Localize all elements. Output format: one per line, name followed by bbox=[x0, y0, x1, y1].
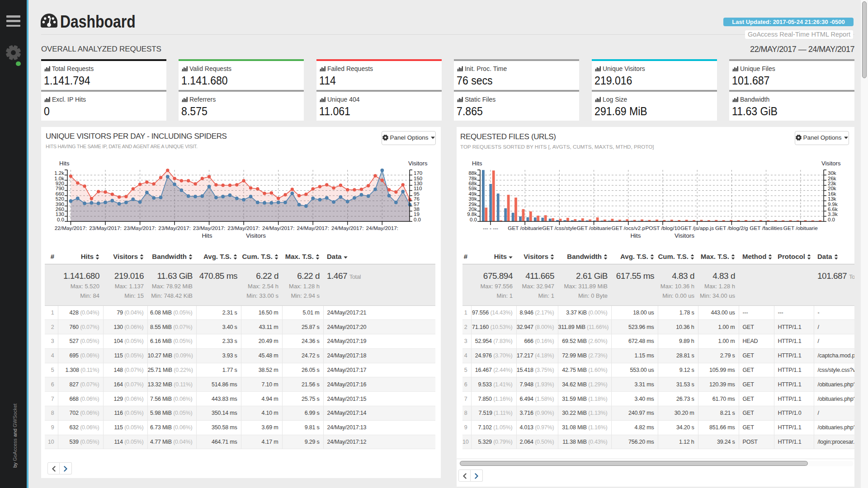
svg-text:3.3k: 3.3k bbox=[828, 211, 838, 217]
svg-text:23k: 23k bbox=[828, 181, 836, 186]
svg-text:9.9k: 9.9k bbox=[828, 202, 838, 207]
svg-text:68k: 68k bbox=[468, 181, 477, 186]
svg-text:76: 76 bbox=[414, 196, 420, 202]
svg-text:130: 130 bbox=[414, 181, 422, 186]
svg-text:Hits: Hits bbox=[630, 232, 641, 239]
svg-text:GET /js/app.js: GET /js/app.js bbox=[680, 225, 714, 231]
svg-text:29k: 29k bbox=[468, 202, 477, 207]
svg-text:95: 95 bbox=[414, 191, 420, 197]
svg-text:19: 19 bbox=[414, 211, 420, 217]
svg-text:24/May/2017:: 24/May/2017: bbox=[297, 225, 329, 231]
svg-text:16k: 16k bbox=[828, 191, 836, 197]
svg-text:Visitors: Visitors bbox=[246, 232, 266, 239]
svg-text:660: 660 bbox=[56, 191, 64, 197]
svg-text:30k: 30k bbox=[828, 170, 836, 176]
svg-text:20k: 20k bbox=[828, 186, 836, 191]
svg-text:23/May/2017:: 23/May/2017: bbox=[158, 225, 190, 231]
svg-text:23/May/2017:: 23/May/2017: bbox=[89, 225, 121, 231]
svg-text:390: 390 bbox=[56, 202, 64, 207]
svg-text:GET /css/style: GET /css/style bbox=[542, 225, 576, 231]
svg-text:78k: 78k bbox=[468, 176, 477, 181]
svg-text:GET /obituarie: GET /obituarie bbox=[577, 225, 611, 231]
svg-text:Visitors: Visitors bbox=[821, 160, 841, 167]
svg-text:49k: 49k bbox=[468, 191, 477, 197]
svg-text:23/May/2017:: 23/May/2017: bbox=[124, 225, 156, 231]
svg-text:23/May/2017:: 23/May/2017: bbox=[193, 225, 225, 231]
svg-text:Hits: Hits bbox=[472, 160, 482, 167]
svg-text:24/May/2017:: 24/May/2017: bbox=[331, 225, 363, 231]
svg-text:920: 920 bbox=[56, 181, 64, 186]
svg-text:26k: 26k bbox=[828, 176, 836, 181]
svg-text:88k: 88k bbox=[468, 170, 477, 176]
svg-text:59k: 59k bbox=[468, 186, 477, 191]
svg-text:6.6k: 6.6k bbox=[828, 206, 838, 212]
svg-text:23/May/2017:: 23/May/2017: bbox=[227, 225, 259, 231]
svg-text:GET /obituarie: GET /obituarie bbox=[783, 225, 818, 231]
svg-text:Visitors: Visitors bbox=[408, 160, 428, 167]
svg-text:GET /blog/2/g: GET /blog/2/g bbox=[715, 225, 748, 231]
svg-text:38: 38 bbox=[414, 206, 420, 212]
svg-text:Hits: Hits bbox=[202, 232, 212, 239]
svg-text:260: 260 bbox=[56, 206, 64, 212]
svg-text:57: 57 bbox=[414, 202, 420, 207]
svg-text:520: 520 bbox=[56, 196, 64, 202]
svg-text:GET /facilities: GET /facilities bbox=[750, 225, 783, 231]
svg-text:110: 110 bbox=[414, 186, 422, 191]
svg-text:0.0: 0.0 bbox=[414, 217, 421, 222]
svg-text:0.0: 0.0 bbox=[57, 217, 64, 222]
svg-text:0.0: 0.0 bbox=[470, 217, 477, 222]
svg-text:Hits: Hits bbox=[59, 160, 70, 167]
svg-text:GET /ocs/v2.p: GET /ocs/v2.p bbox=[612, 225, 646, 231]
svg-text:9.8k: 9.8k bbox=[467, 211, 477, 217]
svg-text:24/May/2017:: 24/May/2017: bbox=[366, 225, 398, 231]
svg-text:13k: 13k bbox=[828, 196, 836, 202]
svg-text:170: 170 bbox=[414, 170, 422, 176]
svg-text:24/May/2017:: 24/May/2017: bbox=[262, 225, 294, 231]
svg-text:130: 130 bbox=[56, 211, 64, 217]
svg-text:22/May/2017:: 22/May/2017: bbox=[55, 225, 87, 231]
svg-text:20k: 20k bbox=[468, 206, 477, 212]
svg-text:GET /obituarie: GET /obituarie bbox=[508, 225, 542, 231]
svg-text:--- - ---: --- - --- bbox=[483, 225, 498, 231]
svg-text:150: 150 bbox=[414, 176, 422, 181]
svg-text:0.0: 0.0 bbox=[828, 217, 835, 222]
svg-text:39k: 39k bbox=[468, 196, 477, 202]
svg-text:1.0k: 1.0k bbox=[54, 176, 64, 181]
svg-text:790: 790 bbox=[56, 186, 64, 191]
svg-text:1.2k: 1.2k bbox=[54, 170, 64, 176]
svg-text:Visitors: Visitors bbox=[675, 232, 694, 239]
svg-text:POST /blog/10: POST /blog/10 bbox=[645, 225, 680, 231]
